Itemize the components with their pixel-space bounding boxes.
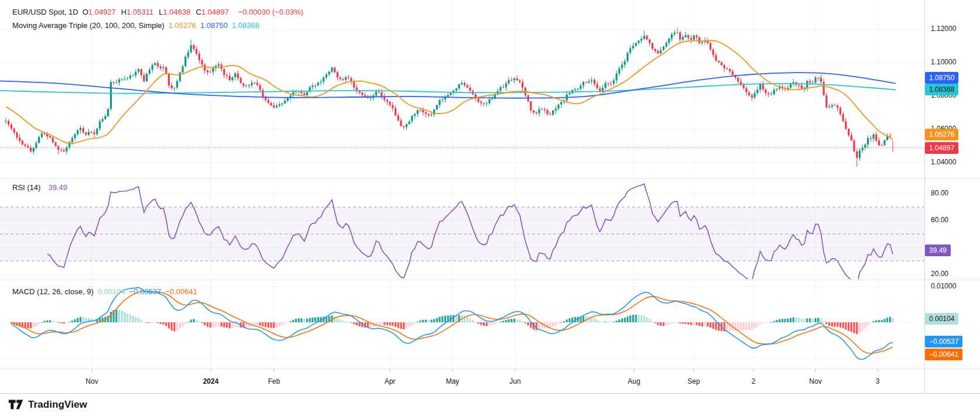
time-label-Aug-6: Aug [628, 377, 640, 385]
sma200-line [0, 84, 896, 94]
time-label-Nov-0: Nov [85, 377, 98, 385]
macd-values: 0.00104−0.00537−0.00641 [98, 287, 201, 296]
rsi-band [0, 207, 924, 261]
time-scale-border [0, 393, 980, 394]
ma-value-2: 1.08368 [232, 21, 259, 30]
brand-name: TradingView [28, 399, 87, 411]
main-legend-row: EUR/USD Spot, 1DO1.04927H1.05311L1.04638… [12, 8, 307, 16]
time-label-Sep-7: Sep [687, 377, 700, 385]
ma-indicator-label[interactable]: Moving Average Triple (20, 100, 200, Sim… [12, 21, 165, 30]
ohlc-c: C1.04897 [196, 8, 228, 16]
axis-badge-0.00641: −0.00641 [925, 349, 962, 360]
axis-badge-1.08750: 1.08750 [925, 72, 958, 84]
time-label-Apr-3: Apr [385, 377, 396, 385]
ohlc-o: O1.04927 [83, 8, 116, 16]
rsi-tick-80.00: 80.00 [931, 189, 948, 197]
macd-histogram [11, 309, 894, 334]
ma-value-0: 1.05276 [169, 21, 196, 30]
price-tick-1.12000: 1.12000 [931, 25, 956, 33]
rsi-legend-row: RSI (14)39.49 [12, 183, 71, 192]
price-pane [0, 27, 896, 167]
rsi-tick-20.00: 20.00 [931, 270, 948, 278]
change-value: −0.00030 (−0.03%) [238, 8, 303, 16]
pane-divider-rsi-macd[interactable] [0, 280, 980, 280]
tradingview-branding[interactable]: TradingView [8, 398, 87, 411]
tradingview-chart-window: EUR/USD Spot, 1DO1.04927H1.05311L1.04638… [0, 0, 980, 420]
price-tick-1.10000: 1.10000 [931, 58, 956, 66]
axis-badge-0.00104: 0.00104 [925, 313, 958, 325]
axis-badge-39.49: 39.49 [925, 245, 951, 256]
time-label-Feb-2: Feb [268, 377, 280, 385]
ma-legend-row: Moving Average Triple (20, 100, 200, Sim… [12, 21, 268, 30]
macd-pane [11, 288, 894, 360]
rsi-indicator-label[interactable]: RSI (14) [12, 183, 40, 192]
ohlc-values: O1.04927H1.05311L1.04638C1.04897 [83, 8, 234, 16]
chart-canvas[interactable] [0, 0, 980, 420]
rsi-tick-60.00: 60.00 [931, 216, 948, 224]
price-scale-border [924, 0, 925, 393]
time-label-Nov-9: Nov [809, 377, 821, 385]
macd-value-1: −0.00537 [129, 287, 162, 296]
macd-tick-0.01000: 0.01000 [931, 282, 956, 290]
symbol-title[interactable]: EUR/USD Spot, 1D [12, 8, 78, 16]
price-tick-1.04000: 1.04000 [931, 158, 956, 166]
axis-badge-0.00537: −0.00537 [925, 336, 962, 347]
macd-legend-row: MACD (12, 26, close, 9)0.00104−0.00537−0… [12, 287, 205, 296]
axis-badge-1.04897: 1.04897 [925, 142, 958, 154]
time-label-2-8: 2 [752, 377, 756, 385]
ma-values: 1.052761.087501.08368 [169, 21, 263, 30]
pane-divider-main-rsi[interactable] [0, 178, 980, 179]
tradingview-logo-icon [8, 398, 24, 411]
ohlc-l: L1.04638 [159, 8, 190, 16]
rsi-value: 39.49 [48, 183, 67, 192]
time-label-Jun-5: Jun [509, 377, 520, 385]
axis-badge-1.08368: 1.08368 [925, 84, 958, 95]
macd-value-2: −0.00641 [165, 287, 197, 296]
ma-value-1: 1.08750 [200, 21, 228, 30]
macd-value-0: 0.00104 [98, 287, 125, 296]
ohlc-h: H1.05311 [121, 8, 153, 16]
time-label-2024-1: 2024 [203, 377, 219, 385]
axis-badge-1.05276: 1.05276 [925, 129, 958, 140]
pane-divider-macd-axis [0, 369, 980, 369]
time-label-May-4: May [446, 377, 460, 385]
time-label-3-10: 3 [876, 377, 880, 385]
macd-indicator-label[interactable]: MACD (12, 26, close, 9) [12, 287, 94, 296]
